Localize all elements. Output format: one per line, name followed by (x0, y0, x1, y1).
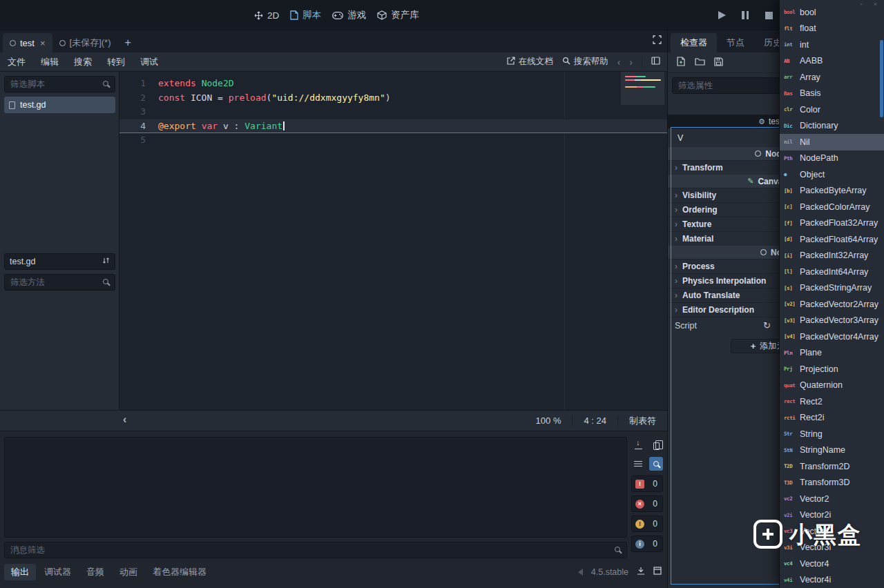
bottom-tab--[interactable]: 动画 (113, 564, 144, 580)
bottom-tab--[interactable]: 着色器编辑器 (146, 564, 213, 580)
dock-panel-icon[interactable] (637, 567, 645, 577)
expand-panel-icon[interactable] (653, 567, 662, 577)
nav-assetlib[interactable]: 资产库 (377, 9, 419, 21)
type-option-transform2d[interactable]: T2DTransform2D (780, 458, 884, 475)
scripts-panel-toggle-icon[interactable] (651, 57, 660, 67)
menu-search[interactable]: 搜索 (66, 56, 99, 68)
type-option-array[interactable]: arrArray (780, 69, 884, 86)
type-option-packedvector4array[interactable]: [v4]PackedVector4Array (780, 329, 884, 345)
status-bar: ‹ 100 % 4 : 24 制表符 (0, 410, 667, 431)
bottom-tab--[interactable]: 音频 (79, 564, 111, 580)
tab-test[interactable]: test × (3, 33, 52, 52)
new-tab-button[interactable]: + (118, 33, 138, 52)
type-option-vector4i[interactable]: v4iVector4i (780, 572, 884, 588)
menu-edit[interactable]: 编辑 (33, 56, 66, 68)
type-option-transform3d[interactable]: T3DTransform3D (780, 475, 884, 491)
audio-mute-icon[interactable] (575, 569, 583, 576)
message-filter-input[interactable] (4, 542, 627, 558)
gamepad-icon (332, 12, 343, 19)
chevron-right-icon: › (675, 234, 678, 244)
filter-methods-input[interactable] (4, 274, 115, 291)
indent-type-indicator[interactable]: 制表符 (618, 415, 667, 427)
type-option-packedstringarray[interactable]: [s]PackedStringArray (780, 280, 884, 297)
load-resource-button[interactable] (695, 57, 705, 68)
tab-node[interactable]: 节点 (717, 33, 754, 52)
type-option-packedvector2array[interactable]: [v2]PackedVector2Array (780, 296, 884, 313)
code-line-1[interactable]: 1extends Node2D (119, 77, 667, 91)
nav-2d[interactable]: 2D (254, 10, 279, 21)
type-option-packedint64array[interactable]: [l]PackedInt64Array (780, 264, 884, 280)
type-option-dictionary[interactable]: DicDictionary (780, 118, 884, 135)
tab-inspector[interactable]: 检查器 (671, 33, 717, 52)
script-name-box[interactable]: test.gd (4, 253, 115, 270)
pause-button[interactable] (739, 9, 751, 21)
nav-script[interactable]: 脚本 (290, 9, 321, 21)
zoom-level[interactable]: 100 % (525, 415, 573, 426)
type-option-quaternion[interactable]: quatQuaternion (780, 378, 884, 394)
filter-scripts-input[interactable] (4, 76, 115, 92)
code-editor[interactable]: 1extends Node2D2const ICON = preload("ui… (119, 72, 667, 410)
type-option-rect2[interactable]: rectRect2 (780, 393, 884, 410)
sort-methods-icon[interactable] (102, 257, 110, 266)
stop-button[interactable] (762, 9, 775, 21)
new-resource-button[interactable] (676, 57, 686, 68)
type-option-packedbytearray[interactable]: [b]PackedByteArray (780, 183, 884, 199)
distraction-free-button[interactable] (653, 35, 662, 46)
type-option-vector4[interactable]: vc4Vector4 (780, 556, 884, 572)
save-log-button[interactable] (631, 438, 645, 452)
menu-debug[interactable]: 调试 (133, 56, 166, 68)
online-docs-button[interactable]: 在线文档 (507, 56, 553, 68)
minimize-icon[interactable]: ▫ (861, 1, 863, 8)
minimap[interactable] (621, 72, 664, 407)
type-option-string[interactable]: StrString (780, 426, 884, 442)
badge-error-circle[interactable]: ×0 (631, 496, 663, 512)
type-option-packedfloat32array[interactable]: [f]PackedFloat32Array (780, 215, 884, 232)
type-option-int[interactable]: intint (780, 37, 884, 53)
bottom-tab--[interactable]: 调试器 (37, 564, 78, 580)
bottom-tab--[interactable]: 输出 (4, 564, 36, 580)
type-option-nil[interactable]: nilNil (780, 134, 884, 150)
type-option-color[interactable]: clrColor (780, 101, 884, 118)
menu-goto[interactable]: 转到 (99, 56, 133, 68)
tab-unsaved[interactable]: [未保存](*) (52, 33, 118, 52)
badge-warning[interactable]: !0 (631, 516, 663, 532)
badge-error-square[interactable]: !0 (631, 476, 663, 492)
type-option-packedvector3array[interactable]: [v3]PackedVector3Array (780, 313, 884, 329)
type-option-packedint32array[interactable]: [i]PackedInt32Array (780, 248, 884, 264)
history-forward-button[interactable]: › (629, 57, 633, 68)
script-list-item-test-gd[interactable]: test.gd (4, 97, 115, 113)
code-line-4[interactable]: 4@export var v : Variant (119, 119, 667, 134)
copy-log-button[interactable] (649, 438, 663, 452)
show-search-button[interactable] (649, 457, 663, 471)
code-line-5[interactable]: 5 (119, 133, 667, 148)
type-option-packedcolorarray[interactable]: [c]PackedColorArray (780, 199, 884, 215)
type-option-stringname[interactable]: StNStringName (780, 442, 884, 459)
type-option-vector2[interactable]: vc2Vector2 (780, 491, 884, 507)
type-option-aabb[interactable]: ABAABB (780, 53, 884, 70)
nav-game[interactable]: 游戏 (332, 9, 366, 21)
collapse-sidebar-chevron[interactable]: ‹ (123, 413, 126, 426)
type-option-packedfloat64array[interactable]: [d]PackedFloat64Array (780, 231, 884, 248)
save-resource-button[interactable] (714, 57, 723, 68)
type-option-object[interactable]: ●Object (780, 166, 884, 183)
type-option-float[interactable]: fltfloat (780, 21, 884, 37)
close-icon[interactable]: × (874, 1, 877, 8)
menu-file[interactable]: 文件 (0, 56, 33, 68)
output-log-area[interactable] (4, 437, 627, 538)
history-back-button[interactable]: ‹ (617, 57, 621, 68)
close-icon[interactable]: × (40, 38, 46, 48)
code-line-2[interactable]: 2const ICON = preload("uid://ddxmxgyyfy8… (119, 91, 667, 106)
collapse-duplicates-button[interactable] (631, 457, 645, 471)
line-column-indicator[interactable]: 4 : 24 (573, 415, 617, 426)
reload-script-icon[interactable]: ↻ (763, 320, 771, 331)
play-button[interactable] (715, 9, 728, 21)
search-help-button[interactable]: 搜索帮助 (562, 56, 608, 68)
type-option-projection[interactable]: PrjProjection (780, 361, 884, 378)
type-option-plane[interactable]: PlnPlane (780, 345, 884, 362)
type-option-rect2i[interactable]: rctiRect2i (780, 410, 884, 427)
type-option-nodepath[interactable]: PthNodePath (780, 150, 884, 167)
code-line-3[interactable]: 3 (119, 105, 667, 119)
dropdown-scrollbar-thumb[interactable] (880, 40, 883, 117)
type-option-basis[interactable]: BasBasis (780, 86, 884, 102)
badge-info[interactable]: i0 (631, 536, 663, 552)
